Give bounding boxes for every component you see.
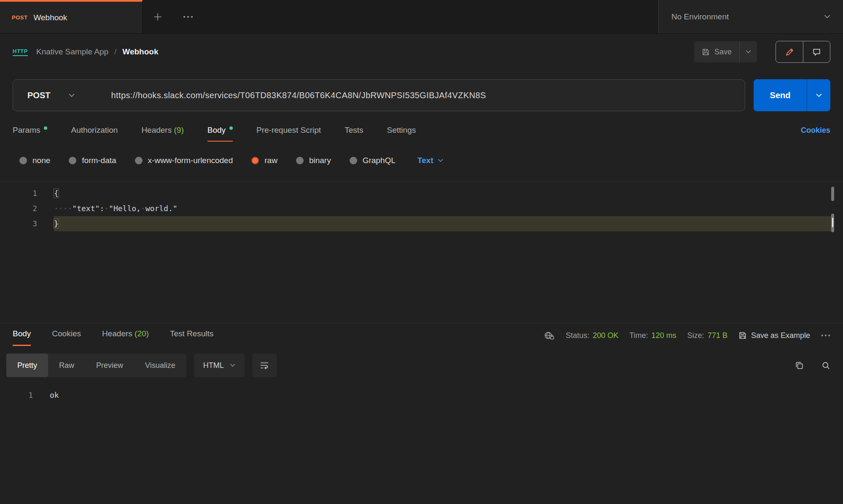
editor-line-active[interactable]: 3 } — [0, 216, 843, 231]
radio-binary-label: binary — [309, 156, 331, 165]
response-tab-cookies-label: Cookies — [52, 329, 81, 338]
request-tabs: Params Authorization Headers (9) Body Pr… — [0, 126, 843, 142]
radio-none[interactable]: none — [19, 156, 50, 165]
tab-settings[interactable]: Settings — [387, 126, 416, 142]
tab-settings-label: Settings — [387, 126, 416, 134]
radio-form-data[interactable]: form-data — [69, 156, 116, 165]
editor-line[interactable]: 1 { — [0, 186, 843, 201]
time-value: 120 ms — [652, 331, 676, 340]
time-badge: Time: 120 ms — [629, 331, 676, 340]
tab-title: Webhook — [33, 13, 67, 22]
new-tab-button[interactable] — [143, 0, 173, 33]
radio-icon — [135, 157, 143, 164]
save-button-group: Save — [694, 41, 757, 62]
edit-comment-group — [776, 41, 830, 63]
response-line-number: 1 — [0, 388, 33, 402]
save-button[interactable]: Save — [694, 41, 739, 62]
modified-indicator-dot — [44, 126, 47, 130]
size-badge: Size: 771 B — [687, 331, 727, 340]
save-options-button[interactable] — [740, 41, 757, 62]
tab-options-button[interactable] — [173, 0, 203, 33]
editor-scrollbar-cursor[interactable] — [831, 214, 834, 232]
breadcrumb-separator: / — [114, 47, 116, 56]
chevron-down-icon — [746, 50, 751, 54]
tab-authorization-label: Authorization — [71, 126, 118, 134]
more-options-icon — [821, 334, 830, 337]
breadcrumb-request-name[interactable]: Webhook — [122, 47, 158, 56]
search-icon[interactable] — [821, 361, 830, 370]
tab-authorization[interactable]: Authorization — [71, 126, 118, 142]
request-tab-webhook[interactable]: POST Webhook — [0, 0, 143, 33]
response-tab-body[interactable]: Body — [13, 329, 31, 346]
pencil-icon — [785, 48, 794, 56]
response-tab-test-results[interactable]: Test Results — [170, 329, 213, 346]
method-label: POST — [27, 91, 50, 100]
comment-icon — [812, 48, 821, 56]
request-body-editor[interactable]: 1 { 2 ····"text":·"Hello,·world." 3 } — [0, 181, 843, 323]
save-button-label: Save — [714, 48, 732, 56]
radio-selected-icon — [251, 157, 259, 164]
environment-label: No Environment — [671, 12, 729, 21]
whitespace-dot: · — [141, 204, 145, 213]
response-options-button[interactable] — [821, 334, 830, 337]
save-as-example-button[interactable]: Save as Example — [738, 331, 810, 340]
body-type-row: none form-data x-www-form-urlencoded raw… — [0, 156, 843, 165]
comment-button[interactable] — [803, 41, 830, 62]
wrap-lines-button[interactable] — [252, 354, 277, 377]
environment-selector[interactable]: No Environment — [658, 0, 843, 33]
radio-x-www-form-urlencoded[interactable]: x-www-form-urlencoded — [135, 156, 233, 165]
editor-line[interactable]: 2 ····"text":·"Hello,·world." — [0, 201, 843, 216]
tab-body[interactable]: Body — [207, 126, 233, 142]
radio-binary[interactable]: binary — [296, 156, 331, 165]
tab-pre-request-script-label: Pre-request Script — [256, 126, 321, 134]
open-brace: { — [54, 189, 59, 198]
url-input[interactable]: https://hooks.slack.com/services/T06TD83… — [111, 91, 486, 100]
editor-scrollbar[interactable] — [831, 187, 834, 201]
radio-icon — [69, 157, 76, 164]
json-value: world." — [145, 204, 178, 213]
response-tab-cookies[interactable]: Cookies — [52, 329, 81, 346]
response-body[interactable]: 1 ok — [0, 388, 843, 402]
modified-indicator-dot — [229, 126, 233, 130]
line-number: 1 — [0, 186, 37, 201]
response-body-text: ok — [50, 388, 59, 402]
response-toolbar-right — [795, 361, 830, 370]
radio-raw[interactable]: raw — [251, 156, 277, 165]
radio-none-label: none — [32, 156, 50, 165]
chevron-down-icon — [230, 364, 235, 367]
http-protocol-icon: HTTP — [13, 48, 28, 56]
view-preview-button[interactable]: Preview — [85, 354, 134, 377]
raw-format-selector[interactable]: Text — [417, 156, 444, 165]
view-visualize-button[interactable]: Visualize — [134, 354, 186, 377]
response-view-switcher: Pretty Raw Preview Visualize — [6, 354, 186, 377]
url-row: POST https://hooks.slack.com/services/T0… — [0, 79, 843, 111]
tab-params-label: Params — [13, 126, 40, 134]
json-key: "text": — [72, 204, 104, 213]
tab-pre-request-script[interactable]: Pre-request Script — [256, 126, 321, 142]
tab-tests-label: Tests — [345, 126, 363, 134]
cookies-link[interactable]: Cookies — [801, 126, 830, 142]
copy-icon[interactable] — [795, 361, 804, 370]
response-tab-headers[interactable]: Headers (20) — [102, 329, 149, 346]
response-pane: Body Cookies Headers (20) Test Results S… — [0, 323, 843, 402]
response-format-selector[interactable]: HTML — [194, 354, 245, 377]
edit-button[interactable] — [776, 41, 803, 62]
radio-form-data-label: form-data — [82, 156, 116, 165]
time-label: Time: — [629, 331, 648, 340]
whitespace-dot: · — [104, 204, 109, 213]
view-pretty-button[interactable]: Pretty — [6, 354, 48, 377]
tab-headers[interactable]: Headers (9) — [141, 126, 183, 142]
view-raw-button[interactable]: Raw — [48, 354, 85, 377]
breadcrumb-collection[interactable]: Knative Sample App — [36, 47, 108, 56]
tab-bar: POST Webhook No Environment — [0, 0, 843, 34]
send-options-button[interactable] — [807, 79, 830, 111]
tab-params[interactable]: Params — [13, 126, 47, 142]
radio-x-www-form-urlencoded-label: x-www-form-urlencoded — [148, 156, 233, 165]
network-icon[interactable] — [544, 331, 555, 340]
tab-tests[interactable]: Tests — [345, 126, 363, 142]
status-label: Status: — [566, 331, 589, 340]
method-selector[interactable]: POST — [13, 91, 89, 100]
tabbar-spacer — [203, 0, 658, 33]
send-button[interactable]: Send — [754, 79, 807, 111]
radio-graphql[interactable]: GraphQL — [350, 156, 396, 165]
